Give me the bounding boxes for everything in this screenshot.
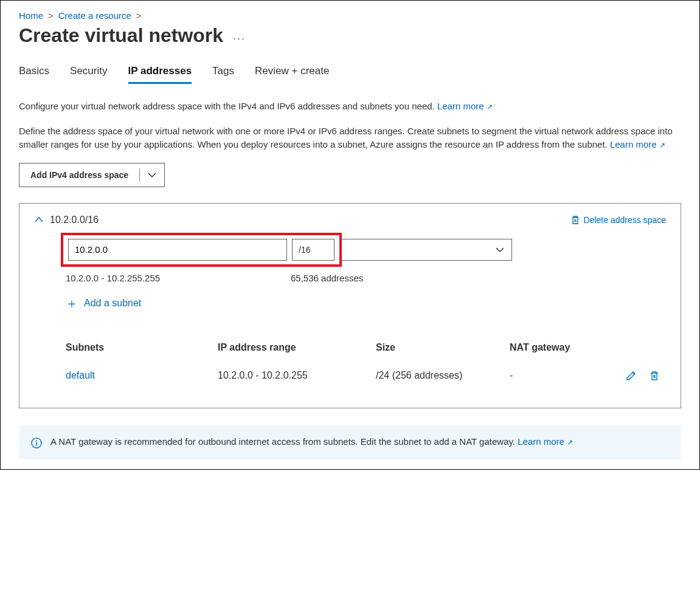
breadcrumb: Home > Create a resource > [19, 10, 681, 21]
nat-info-box: A NAT gateway is recommended for outboun… [19, 425, 681, 459]
subnet-table: Subnets IP address range Size NAT gatewa… [66, 334, 666, 390]
chevron-down-icon [496, 246, 504, 254]
edit-subnet-button[interactable] [626, 370, 637, 381]
table-row: default 10.2.0.0 - 10.2.0.255 /24 (256 a… [66, 362, 666, 390]
address-space-ip-input[interactable] [68, 239, 287, 261]
delete-address-space-label: Delete address space [584, 215, 666, 225]
collapse-toggle[interactable] [34, 215, 44, 225]
tab-review-create[interactable]: Review + create [255, 65, 329, 84]
tab-tags[interactable]: Tags [212, 65, 234, 84]
page-title: Create virtual network [19, 24, 223, 47]
nat-info-text: A NAT gateway is recommended for outboun… [50, 436, 515, 447]
svg-rect-2 [36, 442, 37, 445]
external-link-icon: ↗ [567, 438, 573, 447]
tab-bar: Basics Security IP addresses Tags Review… [19, 65, 681, 84]
pencil-icon [626, 370, 637, 381]
external-link-icon: ↗ [659, 141, 665, 149]
cidr-prefix-box: /16 [292, 239, 334, 261]
cidr-select-dropdown[interactable] [342, 239, 512, 261]
subnet-nat: - [510, 370, 607, 381]
col-subnets: Subnets [66, 342, 218, 353]
add-ipv4-address-space-button[interactable]: Add IPv4 address space [19, 163, 165, 187]
description-2: Define the address space of your virtual… [19, 125, 679, 152]
add-subnet-button[interactable]: ＋ Add a subnet [66, 295, 666, 312]
cidr-prefix-value: /16 [299, 245, 310, 255]
chevron-right-icon: > [48, 10, 54, 21]
col-nat: NAT gateway [510, 342, 607, 353]
chevron-up-icon [34, 215, 44, 225]
col-size: Size [376, 342, 510, 353]
more-actions-button[interactable]: ··· [233, 32, 246, 45]
description-1-text: Configure your virtual network address s… [19, 101, 435, 111]
delete-address-space-button[interactable]: Delete address space [570, 215, 666, 225]
tab-security[interactable]: Security [70, 65, 107, 84]
learn-more-link-2[interactable]: Learn more↗ [610, 139, 665, 149]
description-1: Configure your virtual network address s… [19, 100, 679, 114]
delete-subnet-button[interactable] [649, 370, 660, 381]
subnet-size: /24 (256 addresses) [376, 370, 510, 381]
add-ipv4-dropdown[interactable] [140, 163, 164, 187]
trash-icon [649, 370, 660, 381]
nat-info-text-container: A NAT gateway is recommended for outboun… [50, 436, 573, 447]
svg-point-1 [36, 440, 37, 441]
subnet-range: 10.2.0.0 - 10.2.0.255 [218, 370, 376, 381]
subnet-table-header: Subnets IP address range Size NAT gatewa… [66, 334, 666, 362]
address-range-text: 10.2.0.0 - 10.2.255.255 [66, 273, 291, 283]
subnet-name-link[interactable]: default [66, 370, 95, 380]
breadcrumb-home[interactable]: Home [19, 10, 43, 21]
plus-icon: ＋ [66, 295, 78, 312]
info-icon [31, 438, 42, 448]
tab-basics[interactable]: Basics [19, 65, 49, 84]
external-link-icon: ↗ [487, 103, 493, 111]
breadcrumb-create-resource[interactable]: Create a resource [58, 10, 131, 21]
address-space-card: 10.2.0.0/16 Delete address space /16 10.… [19, 203, 681, 408]
chevron-down-icon [148, 171, 156, 179]
tab-ip-addresses[interactable]: IP addresses [128, 65, 192, 84]
chevron-right-icon: > [136, 10, 142, 21]
trash-icon [570, 215, 580, 225]
nat-learn-more-link[interactable]: Learn more↗ [518, 436, 573, 447]
add-subnet-label: Add a subnet [84, 298, 141, 309]
description-2-text: Define the address space of your virtual… [19, 126, 673, 150]
learn-more-link-1[interactable]: Learn more↗ [437, 101, 493, 111]
add-ipv4-label[interactable]: Add IPv4 address space [19, 163, 139, 187]
col-ip-range: IP address range [218, 342, 376, 353]
address-count-text: 65,536 addresses [291, 273, 363, 283]
highlight-box: /16 [61, 233, 342, 267]
address-space-cidr: 10.2.0.0/16 [50, 215, 99, 225]
